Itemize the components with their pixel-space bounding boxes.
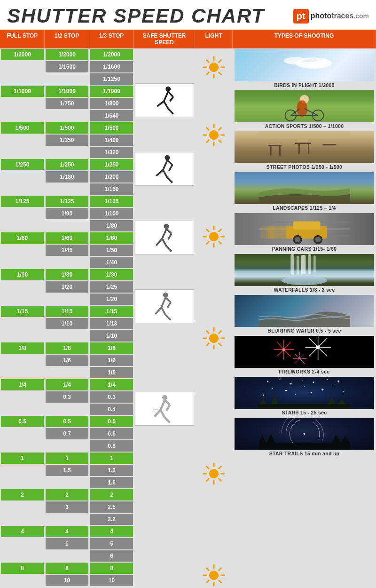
svg-line-78 <box>207 467 209 469</box>
birds-photo <box>235 49 374 81</box>
half-stop-row: 1/15 <box>46 306 88 317</box>
svg-line-135 <box>318 338 327 347</box>
street-photo <box>235 131 374 163</box>
light-sun-1 <box>203 50 225 84</box>
third-stop-row: 1/250 <box>90 159 133 170</box>
svg-line-141 <box>309 338 318 347</box>
svg-line-81 <box>207 479 209 481</box>
svg-point-7 <box>164 155 170 160</box>
svg-line-22 <box>161 297 165 307</box>
safe-runner-slower <box>135 289 194 323</box>
svg-line-43 <box>219 72 221 75</box>
full-stop-row: - <box>1 208 44 219</box>
landscape-label: LANDSCAPES 1/125 – 1/4 <box>235 204 374 212</box>
full-stop-row: - <box>1 538 44 549</box>
safe-blank-1 <box>135 49 194 83</box>
svg-line-89 <box>219 568 221 571</box>
svg-line-128 <box>284 350 291 357</box>
third-stop-row: 0.4 <box>90 404 133 415</box>
full-stop-row: 1/2000 <box>1 49 44 60</box>
full-stop-row: 1/60 <box>1 232 44 244</box>
svg-line-26 <box>165 297 171 302</box>
column-headers: FULL STOP 1/2 STOP 1/3 STOP SAFE SHUTTER… <box>0 30 376 48</box>
svg-line-137 <box>318 347 327 356</box>
svg-point-159 <box>304 386 305 387</box>
blurwater-label: BLURRING WATER 0.5 - 5 sec <box>235 327 374 334</box>
header-types: TYPES OF SHOOTING <box>233 30 376 48</box>
safe-runner-medium <box>135 152 194 186</box>
logo-text: phototraces.com <box>311 12 369 20</box>
svg-point-150 <box>267 381 268 382</box>
svg-line-139 <box>309 347 318 356</box>
third-stop-row: 3.2 <box>90 514 133 525</box>
safe-blank-9 <box>135 494 194 528</box>
full-stop-column: 1/2000 - - 1/1000 - - 1/500 - - 1/250 - … <box>0 48 45 588</box>
waterfall-label: WATERFALLS 1/8 - 2 sec <box>235 286 374 294</box>
third-stop-row: 0.6 <box>90 428 133 439</box>
half-stop-row: 1/500 <box>46 122 88 134</box>
svg-line-88 <box>219 580 221 583</box>
half-stop-row: - <box>46 110 88 121</box>
full-stop-row: 1/8 <box>1 342 44 354</box>
full-stop-row: - <box>1 330 44 342</box>
half-stop-row: 1/8 <box>46 342 88 354</box>
header-light: LIGHT <box>195 30 233 48</box>
svg-line-29 <box>160 400 164 410</box>
half-stop-row: 8 <box>46 563 88 574</box>
third-stop-row: 1/50 <box>90 245 133 256</box>
svg-line-30 <box>154 410 160 416</box>
full-stop-row: - <box>1 550 44 562</box>
third-stop-row: 1/20 <box>90 294 133 305</box>
type-stars: STARS 15 - 25 sec <box>235 377 374 416</box>
fireworks-photo <box>235 336 374 368</box>
svg-line-35 <box>153 409 159 410</box>
svg-line-5 <box>168 91 173 97</box>
half-stop-row: 1/60 <box>46 232 88 244</box>
logo-pt: pt <box>293 9 309 24</box>
safe-blank-4 <box>135 255 194 289</box>
landscape-photo <box>235 172 374 204</box>
third-stop-row: 1.3 <box>90 465 133 476</box>
full-stop-row: - <box>1 281 44 293</box>
svg-line-149 <box>295 354 300 359</box>
svg-line-13 <box>169 165 172 171</box>
full-stop-row: 2 <box>1 489 44 501</box>
svg-line-32 <box>164 417 170 422</box>
fireworks-svg <box>235 336 374 368</box>
svg-point-0 <box>165 86 171 91</box>
sun-4-icon <box>203 327 225 350</box>
half-stop-row: 1/10 <box>46 318 88 329</box>
full-stop-row: 1/125 <box>1 196 44 207</box>
svg-line-53 <box>219 128 221 130</box>
third-stop-row: 5 <box>90 538 133 549</box>
sun-3-icon <box>203 225 225 248</box>
svg-line-6 <box>170 97 173 101</box>
third-stop-row: 6 <box>90 550 133 562</box>
svg-point-163 <box>295 394 296 395</box>
light-sun-2 <box>203 118 225 152</box>
third-stop-row: 1/400 <box>90 135 133 146</box>
svg-line-42 <box>207 60 209 63</box>
svg-point-28 <box>162 395 167 400</box>
svg-rect-101 <box>295 143 311 144</box>
svg-point-162 <box>263 394 264 396</box>
half-stop-row: 1/4 <box>46 379 88 390</box>
svg-point-164 <box>311 392 312 394</box>
panning-label: PANNING CARS 1/15- 1/60 <box>235 245 374 253</box>
half-stop-row: 10 <box>46 575 88 586</box>
full-stop-row: - <box>1 428 44 439</box>
svg-line-132 <box>277 342 284 350</box>
third-stop-row: 1/30 <box>90 269 133 280</box>
full-stop-row: 0.5 <box>1 416 44 427</box>
half-stop-row: - <box>46 514 88 525</box>
svg-line-70 <box>219 343 221 346</box>
third-stop-row: 1/200 <box>90 171 133 183</box>
full-stop-row: - <box>1 501 44 513</box>
full-stop-row: 1/4 <box>1 379 44 390</box>
light-sun-5 <box>203 457 225 491</box>
full-stop-row: 1/15 <box>1 306 44 317</box>
startrails-label: STAR TRAILS 15 min and up <box>235 450 374 457</box>
runner-medium-icon <box>152 154 178 184</box>
safe-blank-6 <box>135 358 194 392</box>
half-stop-row: 3 <box>46 501 88 513</box>
